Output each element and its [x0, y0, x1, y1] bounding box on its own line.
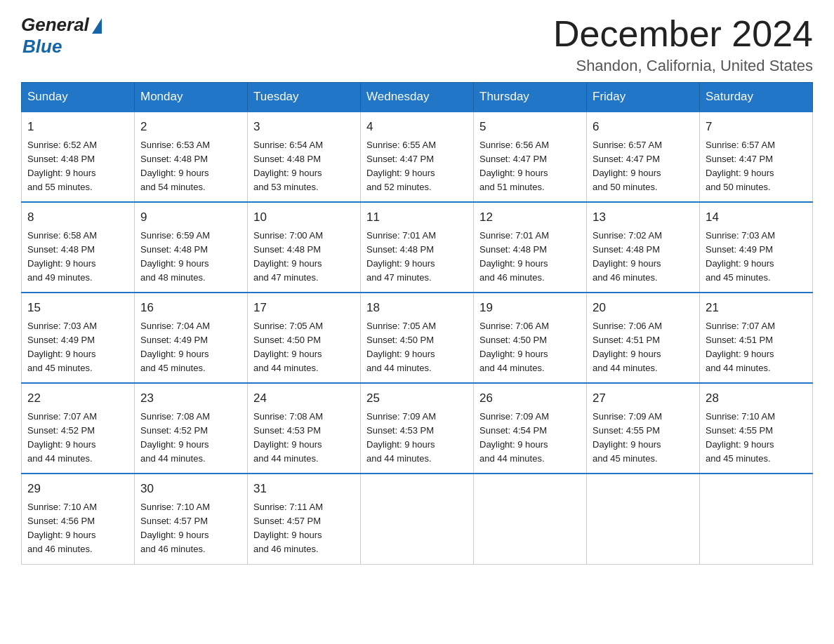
calendar-week-row-3: 15Sunrise: 7:03 AMSunset: 4:49 PMDayligh… — [22, 293, 813, 383]
calendar-day-25: 25Sunrise: 7:09 AMSunset: 4:53 PMDayligh… — [361, 383, 474, 474]
day-info-30: Sunrise: 7:10 AMSunset: 4:57 PMDaylight:… — [140, 500, 241, 557]
calendar-day-29: 29Sunrise: 7:10 AMSunset: 4:56 PMDayligh… — [22, 474, 135, 564]
day-info-7: Sunrise: 6:57 AMSunset: 4:47 PMDaylight:… — [706, 138, 807, 195]
day-info-21: Sunrise: 7:07 AMSunset: 4:51 PMDaylight:… — [706, 319, 807, 376]
calendar-week-row-5: 29Sunrise: 7:10 AMSunset: 4:56 PMDayligh… — [22, 474, 813, 564]
day-info-8: Sunrise: 6:58 AMSunset: 4:48 PMDaylight:… — [27, 229, 128, 286]
calendar-day-4: 4Sunrise: 6:55 AMSunset: 4:47 PMDaylight… — [361, 112, 474, 202]
day-info-9: Sunrise: 6:59 AMSunset: 4:48 PMDaylight:… — [140, 229, 241, 286]
calendar-day-30: 30Sunrise: 7:10 AMSunset: 4:57 PMDayligh… — [135, 474, 248, 564]
calendar-day-2: 2Sunrise: 6:53 AMSunset: 4:48 PMDaylight… — [135, 112, 248, 202]
day-info-6: Sunrise: 6:57 AMSunset: 4:47 PMDaylight:… — [593, 138, 694, 195]
calendar-day-26: 26Sunrise: 7:09 AMSunset: 4:54 PMDayligh… — [474, 383, 587, 474]
day-info-19: Sunrise: 7:06 AMSunset: 4:50 PMDaylight:… — [479, 319, 581, 376]
day-number-2: 2 — [140, 118, 241, 136]
calendar-header-tuesday: Tuesday — [248, 83, 361, 112]
calendar-day-20: 20Sunrise: 7:06 AMSunset: 4:51 PMDayligh… — [587, 293, 700, 383]
calendar-day-7: 7Sunrise: 6:57 AMSunset: 4:47 PMDaylight… — [700, 112, 813, 202]
day-info-5: Sunrise: 6:56 AMSunset: 4:47 PMDaylight:… — [479, 138, 581, 195]
day-number-30: 30 — [140, 480, 241, 498]
day-info-23: Sunrise: 7:08 AMSunset: 4:52 PMDaylight:… — [140, 410, 241, 467]
day-info-3: Sunrise: 6:54 AMSunset: 4:48 PMDaylight:… — [253, 138, 355, 195]
day-info-22: Sunrise: 7:07 AMSunset: 4:52 PMDaylight:… — [27, 410, 128, 467]
calendar-day-15: 15Sunrise: 7:03 AMSunset: 4:49 PMDayligh… — [22, 293, 135, 383]
day-number-1: 1 — [27, 118, 128, 136]
day-info-20: Sunrise: 7:06 AMSunset: 4:51 PMDaylight:… — [593, 319, 694, 376]
calendar-week-row-1: 1Sunrise: 6:52 AMSunset: 4:48 PMDaylight… — [22, 112, 813, 202]
day-info-1: Sunrise: 6:52 AMSunset: 4:48 PMDaylight:… — [27, 138, 128, 195]
day-info-16: Sunrise: 7:04 AMSunset: 4:49 PMDaylight:… — [140, 319, 241, 376]
day-number-25: 25 — [366, 389, 468, 408]
calendar-day-5: 5Sunrise: 6:56 AMSunset: 4:47 PMDaylight… — [474, 112, 587, 202]
day-number-4: 4 — [366, 118, 468, 136]
day-info-29: Sunrise: 7:10 AMSunset: 4:56 PMDaylight:… — [27, 500, 128, 557]
calendar-day-11: 11Sunrise: 7:01 AMSunset: 4:48 PMDayligh… — [361, 202, 474, 293]
logo-blue-text: Blue — [22, 36, 62, 57]
calendar-day-31: 31Sunrise: 7:11 AMSunset: 4:57 PMDayligh… — [248, 474, 361, 564]
day-number-31: 31 — [253, 480, 355, 498]
title-block: December 2024 Shandon, California, Unite… — [553, 14, 813, 75]
calendar-day-27: 27Sunrise: 7:09 AMSunset: 4:55 PMDayligh… — [587, 383, 700, 474]
calendar-day-6: 6Sunrise: 6:57 AMSunset: 4:47 PMDaylight… — [587, 112, 700, 202]
day-number-8: 8 — [27, 208, 128, 227]
day-info-17: Sunrise: 7:05 AMSunset: 4:50 PMDaylight:… — [253, 319, 355, 376]
calendar-day-24: 24Sunrise: 7:08 AMSunset: 4:53 PMDayligh… — [248, 383, 361, 474]
day-info-24: Sunrise: 7:08 AMSunset: 4:53 PMDaylight:… — [253, 410, 355, 467]
calendar-week-row-4: 22Sunrise: 7:07 AMSunset: 4:52 PMDayligh… — [22, 383, 813, 474]
calendar-header-wednesday: Wednesday — [361, 83, 474, 112]
calendar-header-friday: Friday — [587, 83, 700, 112]
day-info-10: Sunrise: 7:00 AMSunset: 4:48 PMDaylight:… — [253, 229, 355, 286]
day-number-10: 10 — [253, 208, 355, 227]
day-number-29: 29 — [27, 480, 128, 498]
calendar-day-23: 23Sunrise: 7:08 AMSunset: 4:52 PMDayligh… — [135, 383, 248, 474]
calendar-header-row: SundayMondayTuesdayWednesdayThursdayFrid… — [22, 83, 813, 112]
day-number-11: 11 — [366, 208, 468, 227]
day-info-15: Sunrise: 7:03 AMSunset: 4:49 PMDaylight:… — [27, 319, 128, 376]
calendar-day-8: 8Sunrise: 6:58 AMSunset: 4:48 PMDaylight… — [22, 202, 135, 293]
day-info-12: Sunrise: 7:01 AMSunset: 4:48 PMDaylight:… — [479, 229, 581, 286]
day-number-14: 14 — [706, 208, 807, 227]
calendar-empty-cell — [587, 474, 700, 564]
calendar-empty-cell — [474, 474, 587, 564]
day-number-26: 26 — [479, 389, 581, 408]
calendar-day-3: 3Sunrise: 6:54 AMSunset: 4:48 PMDaylight… — [248, 112, 361, 202]
calendar-week-row-2: 8Sunrise: 6:58 AMSunset: 4:48 PMDaylight… — [22, 202, 813, 293]
day-number-9: 9 — [140, 208, 241, 227]
day-number-27: 27 — [593, 389, 694, 408]
day-number-17: 17 — [253, 299, 355, 317]
calendar-day-1: 1Sunrise: 6:52 AMSunset: 4:48 PMDaylight… — [22, 112, 135, 202]
day-number-15: 15 — [27, 299, 128, 317]
calendar-day-9: 9Sunrise: 6:59 AMSunset: 4:48 PMDaylight… — [135, 202, 248, 293]
day-number-7: 7 — [706, 118, 807, 136]
logo-triangle-icon — [92, 18, 102, 34]
calendar-day-18: 18Sunrise: 7:05 AMSunset: 4:50 PMDayligh… — [361, 293, 474, 383]
calendar-empty-cell — [361, 474, 474, 564]
day-number-18: 18 — [366, 299, 468, 317]
calendar-header-sunday: Sunday — [22, 83, 135, 112]
calendar-day-16: 16Sunrise: 7:04 AMSunset: 4:49 PMDayligh… — [135, 293, 248, 383]
day-info-31: Sunrise: 7:11 AMSunset: 4:57 PMDaylight:… — [253, 500, 355, 557]
day-info-28: Sunrise: 7:10 AMSunset: 4:55 PMDaylight:… — [706, 410, 807, 467]
calendar-day-22: 22Sunrise: 7:07 AMSunset: 4:52 PMDayligh… — [22, 383, 135, 474]
day-number-21: 21 — [706, 299, 807, 317]
page-header: General Blue December 2024 Shandon, Cali… — [21, 14, 813, 75]
day-number-3: 3 — [253, 118, 355, 136]
day-number-12: 12 — [479, 208, 581, 227]
calendar-day-21: 21Sunrise: 7:07 AMSunset: 4:51 PMDayligh… — [700, 293, 813, 383]
day-number-20: 20 — [593, 299, 694, 317]
month-year-title: December 2024 — [553, 14, 813, 54]
calendar-day-14: 14Sunrise: 7:03 AMSunset: 4:49 PMDayligh… — [700, 202, 813, 293]
day-number-24: 24 — [253, 389, 355, 408]
day-info-14: Sunrise: 7:03 AMSunset: 4:49 PMDaylight:… — [706, 229, 807, 286]
day-number-6: 6 — [593, 118, 694, 136]
day-info-4: Sunrise: 6:55 AMSunset: 4:47 PMDaylight:… — [366, 138, 468, 195]
day-info-11: Sunrise: 7:01 AMSunset: 4:48 PMDaylight:… — [366, 229, 468, 286]
location-subtitle: Shandon, California, United States — [553, 57, 813, 75]
calendar-table: SundayMondayTuesdayWednesdayThursdayFrid… — [21, 82, 813, 564]
day-info-25: Sunrise: 7:09 AMSunset: 4:53 PMDaylight:… — [366, 410, 468, 467]
day-number-16: 16 — [140, 299, 241, 317]
day-info-13: Sunrise: 7:02 AMSunset: 4:48 PMDaylight:… — [593, 229, 694, 286]
calendar-header-thursday: Thursday — [474, 83, 587, 112]
calendar-empty-cell — [700, 474, 813, 564]
day-number-19: 19 — [479, 299, 581, 317]
